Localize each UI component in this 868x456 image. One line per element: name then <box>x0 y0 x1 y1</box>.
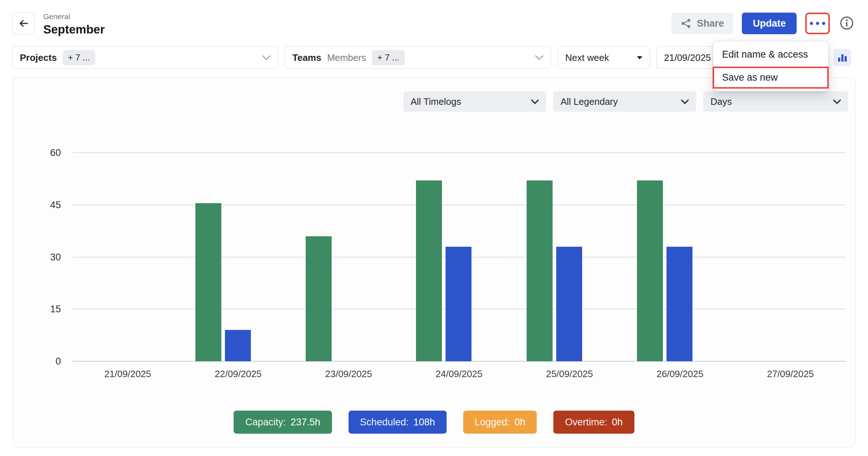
chart-card: All Timelogs All Legendary Days 01530456… <box>12 77 856 448</box>
bar-column <box>72 153 183 361</box>
timelogs-value: All Timelogs <box>411 96 461 107</box>
menu-item-edit-name-access[interactable]: Edit name & access <box>713 44 828 66</box>
legend-pill-capacity[interactable]: Capacity:237.5h <box>234 411 332 434</box>
bar-scheduled <box>556 247 582 361</box>
start-date-value: 21/09/2025 <box>664 52 711 63</box>
bar-group <box>85 153 140 361</box>
projects-count-chip[interactable]: + 7 ... <box>63 50 96 65</box>
members-label: Members <box>327 52 366 63</box>
legendary-select[interactable]: All Legendary <box>553 91 696 112</box>
legend-value: 108h <box>413 417 435 428</box>
bar-scheduled <box>446 247 471 361</box>
legend-label: Logged: <box>475 417 510 428</box>
bar-capacity <box>195 203 221 361</box>
breadcrumb: General <box>43 12 105 21</box>
bar-capacity <box>306 236 332 361</box>
more-menu-highlight-box <box>805 13 830 34</box>
title-block: General September <box>43 12 105 36</box>
more-button[interactable] <box>807 14 828 32</box>
page-title: September <box>43 23 105 36</box>
timelogs-select[interactable]: All Timelogs <box>403 91 546 112</box>
bar-group <box>748 153 803 361</box>
bar-column <box>293 153 404 361</box>
projects-label: Projects <box>20 52 57 63</box>
ellipsis-icon <box>809 21 826 26</box>
share-label: Share <box>697 18 724 29</box>
y-tick-label: 30 <box>50 251 61 263</box>
legend-value: 0h <box>514 417 525 428</box>
bar-group <box>306 153 361 361</box>
bar-scheduled <box>666 247 692 361</box>
bar-capacity <box>416 180 442 361</box>
update-button[interactable]: Update <box>742 13 797 34</box>
legend-pill-scheduled[interactable]: Scheduled:108h <box>349 411 447 434</box>
chart-controls: All Timelogs All Legendary Days <box>403 91 848 112</box>
bar-group <box>416 153 471 361</box>
plot-area <box>72 153 846 361</box>
legend-pill-logged[interactable]: Logged:0h <box>463 411 537 434</box>
bar-capacity <box>527 180 553 361</box>
bar-group <box>195 153 251 361</box>
legend-label: Scheduled: <box>360 417 409 428</box>
y-tick-label: 45 <box>50 199 61 210</box>
share-icon <box>681 18 691 29</box>
chevron-down-icon <box>681 99 689 104</box>
legend-label: Capacity: <box>245 417 286 428</box>
legendary-value: All Legendary <box>561 96 618 107</box>
chart-view-button[interactable] <box>834 49 851 66</box>
bar-chart-icon <box>837 52 848 63</box>
y-axis: 015304560 <box>13 153 67 361</box>
legend-value: 0h <box>612 417 623 428</box>
chevron-down-icon <box>535 55 544 60</box>
page: General September Share Update <box>0 0 868 448</box>
bar-group <box>637 153 692 361</box>
share-button[interactable]: Share <box>671 13 733 34</box>
bar-column <box>183 153 293 361</box>
bar-group <box>527 153 582 361</box>
legend-pill-overtime[interactable]: Overtime:0h <box>553 411 634 434</box>
granularity-select[interactable]: Days <box>703 91 848 112</box>
more-menu: Edit name & access Save as new <box>713 41 828 91</box>
bar-scheduled <box>225 330 251 361</box>
bar-column <box>404 153 514 361</box>
date-range-value: Next week <box>565 52 609 63</box>
granularity-value: Days <box>710 96 732 107</box>
header-actions: Share Update <box>671 13 855 34</box>
x-axis-labels: 21/09/202522/09/202523/09/202524/09/2025… <box>72 368 846 380</box>
bar-columns <box>72 153 846 361</box>
x-tick-label: 24/09/2025 <box>404 368 514 380</box>
chart-legend: Capacity:237.5hScheduled:108hLogged:0hOv… <box>13 411 855 434</box>
x-tick-label: 21/09/2025 <box>72 368 183 380</box>
bar-column <box>514 153 625 361</box>
bar-column <box>735 153 846 361</box>
bar-capacity <box>637 180 663 361</box>
y-tick-label: 0 <box>56 356 61 367</box>
x-tick-label: 25/09/2025 <box>514 368 625 380</box>
y-tick-label: 15 <box>50 304 61 315</box>
bar-column <box>625 153 735 361</box>
caret-down-icon <box>637 56 642 59</box>
arrow-left-icon <box>17 17 30 30</box>
teams-count-chip[interactable]: + 7 ... <box>372 50 405 65</box>
info-button[interactable] <box>838 15 855 32</box>
x-tick-label: 22/09/2025 <box>183 368 293 380</box>
legend-value: 237.5h <box>291 417 320 428</box>
teams-members-filter-select[interactable]: Teams Members + 7 ... <box>285 46 551 69</box>
x-tick-label: 23/09/2025 <box>293 368 404 380</box>
info-icon <box>839 15 855 31</box>
chevron-down-icon <box>262 55 271 60</box>
teams-label: Teams <box>292 52 321 63</box>
save-as-new-highlight-box: Save as new <box>713 67 829 89</box>
date-range-select[interactable]: Next week <box>558 46 650 69</box>
projects-filter-select[interactable]: Projects + 7 ... <box>12 46 278 69</box>
back-button[interactable] <box>12 12 35 35</box>
x-tick-label: 26/09/2025 <box>625 368 735 380</box>
chevron-down-icon <box>833 99 841 104</box>
menu-item-save-as-new[interactable]: Save as new <box>714 68 827 87</box>
header: General September Share Update <box>0 0 868 36</box>
y-tick-label: 60 <box>50 147 61 158</box>
chevron-down-icon <box>531 99 539 104</box>
legend-label: Overtime: <box>565 417 607 428</box>
x-tick-label: 27/09/2025 <box>735 368 846 380</box>
